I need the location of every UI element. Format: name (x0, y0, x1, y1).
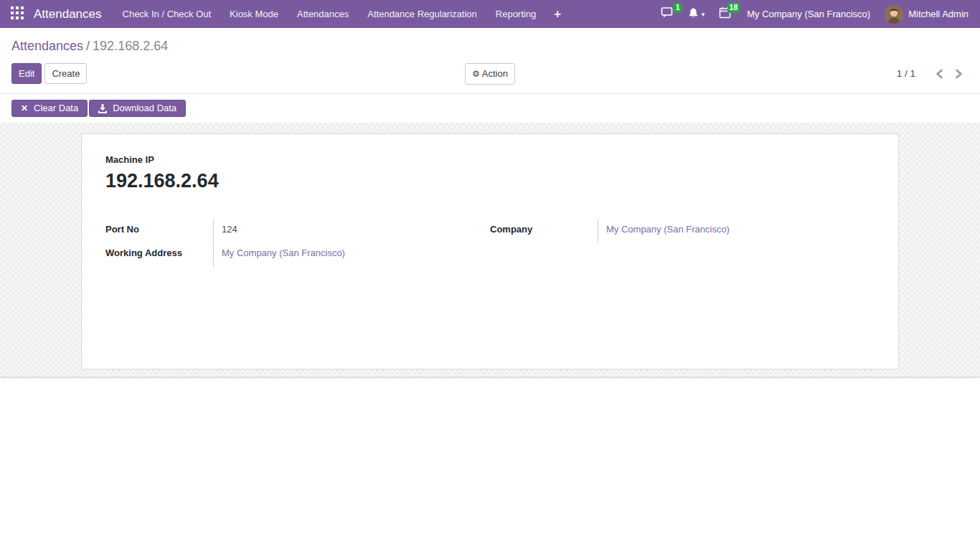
messages-button[interactable]: 1 (654, 0, 681, 28)
menu-kiosk-mode[interactable]: Kiosk Mode (220, 0, 288, 28)
menu-reporting[interactable]: Reporting (486, 0, 545, 28)
field-group-left: Port No 124 Working Address My Company (… (105, 219, 490, 266)
menu-check-in-check-out[interactable]: Check In / Check Out (113, 0, 221, 28)
form-view-background: Machine IP 192.168.2.64 Port No 124 Work… (0, 123, 980, 377)
pager-value: 1 / 1 (897, 68, 915, 79)
field-row-port: Port No 124 (105, 219, 490, 242)
working-address-label: Working Address (105, 242, 213, 263)
clear-x-icon: ✕ (21, 103, 28, 114)
port-no-label: Port No (105, 219, 213, 240)
download-data-label: Download Data (113, 103, 176, 114)
menu-attendance-regularization[interactable]: Attendance Regularization (358, 0, 486, 28)
pager-previous-button[interactable] (930, 69, 949, 79)
form-sheet: Machine IP 192.168.2.64 Port No 124 Work… (81, 133, 899, 369)
chevron-down-icon: ▾ (702, 11, 705, 18)
systray: 1 ▾ 18 My Company (San Franci (654, 0, 970, 28)
top-navbar: Attendances Check In / Check Out Kiosk M… (0, 0, 980, 28)
pager-next-button[interactable] (949, 69, 969, 79)
company-value: My Company (San Francisco) (598, 219, 875, 242)
chat-bubble-icon (661, 6, 674, 22)
avatar (885, 5, 903, 24)
company-switcher[interactable]: My Company (San Francisco) (738, 9, 879, 19)
apps-menu-button[interactable] (0, 0, 34, 28)
field-group: Port No 124 Working Address My Company (… (105, 219, 875, 266)
apps-grid-icon (11, 6, 24, 22)
action-button[interactable]: ⚙Action (465, 63, 515, 85)
field-group-right: Company My Company (San Francisco) (490, 219, 875, 266)
create-button[interactable]: Create (44, 63, 87, 84)
working-address-link[interactable]: My Company (San Francisco) (222, 248, 345, 258)
clear-data-button[interactable]: ✕Clear Data (11, 100, 88, 117)
machine-ip-label: Machine IP (105, 154, 875, 165)
breadcrumb-current: 192.168.2.64 (93, 39, 168, 53)
download-icon (98, 104, 107, 113)
gear-icon: ⚙ (472, 69, 480, 79)
chevron-left-icon (936, 69, 943, 79)
main-menu: Check In / Check Out Kiosk Mode Attendan… (113, 0, 570, 28)
calendar-button[interactable]: 18 (712, 0, 738, 28)
calendar-badge: 18 (727, 3, 740, 13)
machine-ip-value: 192.168.2.64 (105, 170, 875, 192)
action-button-label: Action (482, 68, 508, 79)
chevron-right-icon (955, 69, 963, 79)
user-menu[interactable]: Mitchell Admin (879, 5, 970, 24)
field-row-company: Company My Company (San Francisco) (490, 219, 875, 242)
control-panel-buttons: Edit Create ⚙Action 1 / 1 (11, 63, 969, 84)
working-address-value: My Company (San Francisco) (213, 242, 490, 266)
download-data-button[interactable]: Download Data (89, 100, 186, 117)
clear-data-label: Clear Data (34, 103, 78, 114)
control-panel: Attendances/192.168.2.64 Edit Create ⚙Ac… (0, 28, 980, 93)
company-label: Company (490, 219, 598, 240)
form-statusbar: ✕Clear Data Download Data (0, 93, 980, 123)
app-brand-title[interactable]: Attendances (34, 7, 102, 22)
breadcrumb-separator: / (83, 39, 93, 53)
activities-button[interactable]: ▾ (681, 0, 712, 28)
bell-icon (688, 7, 699, 22)
edit-button[interactable]: Edit (11, 63, 42, 84)
company-link[interactable]: My Company (San Francisco) (606, 224, 730, 235)
pager: 1 / 1 (897, 68, 969, 79)
breadcrumb-parent-link[interactable]: Attendances (11, 39, 83, 53)
port-no-value: 124 (213, 219, 490, 242)
field-row-working-address: Working Address My Company (San Francisc… (105, 242, 490, 266)
menu-attendances[interactable]: Attendances (288, 0, 358, 28)
user-name: Mitchell Admin (908, 9, 969, 19)
plus-icon[interactable]: + (545, 0, 570, 28)
breadcrumb: Attendances/192.168.2.64 (11, 39, 969, 54)
